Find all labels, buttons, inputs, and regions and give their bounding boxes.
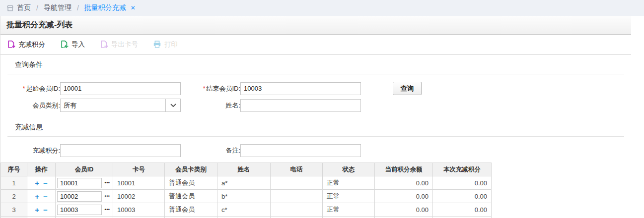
header-name: 姓名	[217, 163, 271, 176]
name-label: 姓名:	[181, 101, 240, 110]
cell-status: 正常	[323, 203, 375, 217]
cell-name: c*	[217, 203, 271, 217]
cell-phone	[271, 190, 323, 203]
start-member-id-label: *起始会员ID:	[0, 84, 60, 93]
cell-ops: +−	[27, 190, 56, 203]
add-row-icon[interactable]: +	[35, 206, 39, 214]
name-input[interactable]	[240, 99, 361, 112]
charge-points-field-label: 充减积分:	[0, 146, 60, 155]
header-ops: 操作	[27, 163, 56, 176]
member-id-cell-input[interactable]	[57, 178, 102, 188]
print-label: 打印	[164, 40, 178, 49]
file-export-icon	[100, 40, 108, 49]
cell-name: b*	[217, 190, 271, 203]
file-import-icon	[60, 40, 69, 49]
cell-member-id: •••	[56, 217, 113, 218]
table-row: 4 +− •••	[1, 217, 492, 218]
cell-member-id: •••	[56, 190, 113, 203]
cell-ops: +−	[27, 176, 56, 190]
breadcrumb: 首页 / 导航管理 / 批量积分充减 ✕	[0, 0, 644, 16]
charge-section-title: 充减信息	[7, 117, 624, 137]
import-button[interactable]: 导入	[60, 40, 85, 49]
cell-balance: 0.00	[375, 190, 433, 203]
lookup-ellipsis-button[interactable]: •••	[102, 207, 113, 212]
remove-row-icon[interactable]: −	[43, 192, 48, 201]
cell-seq: 1	[1, 176, 27, 190]
header-balance: 当前积分余额	[375, 163, 433, 176]
query-section-title: 查询条件	[7, 54, 624, 74]
cell-amount: 0.00	[433, 190, 492, 203]
remove-row-icon[interactable]: −	[43, 206, 48, 214]
header-card-no: 卡号	[113, 163, 165, 176]
cell-status: 正常	[323, 176, 375, 190]
lookup-ellipsis-button[interactable]: •••	[102, 180, 113, 185]
member-id-cell-input[interactable]	[57, 191, 102, 202]
cell-card-no: 10003	[113, 203, 165, 217]
start-member-id-input[interactable]	[60, 82, 181, 95]
required-mark: *	[23, 85, 25, 92]
breadcrumb-item-nav-management[interactable]: 导航管理	[44, 3, 72, 12]
cell-amount	[433, 217, 492, 218]
page-title-bar: 批量积分充减-列表	[0, 16, 631, 35]
breadcrumb-label: 首页	[17, 3, 31, 12]
breadcrumb-separator: /	[36, 4, 38, 12]
select-dropdown-button[interactable]	[165, 99, 180, 111]
cell-card-no: 10001	[113, 176, 165, 190]
cell-balance: 0.00	[375, 176, 433, 190]
export-cards-label: 导出卡号	[111, 40, 138, 49]
close-tab-icon[interactable]: ✕	[131, 4, 136, 11]
cell-seq: 4	[1, 217, 27, 218]
table-row: 1 +− ••• 10001 普通会员 a* 正常 0.00 0.00	[1, 176, 492, 190]
breadcrumb-separator: /	[77, 4, 79, 12]
charge-row: 充减积分: 备注:	[0, 144, 631, 157]
header-member-id: 会员ID	[56, 163, 113, 176]
cell-card-type: 普通会员	[165, 190, 217, 203]
export-cards-button: 导出卡号	[100, 40, 138, 49]
toolbar: 充减积分 导入 导出卡号 打印	[0, 35, 631, 54]
breadcrumb-item-batch-points[interactable]: 批量积分充减	[84, 3, 126, 12]
add-row-icon[interactable]: +	[35, 179, 39, 187]
cell-card-type: 普通会员	[165, 176, 217, 190]
breadcrumb-item-home[interactable]: 首页	[6, 3, 31, 12]
file-plus-icon	[7, 40, 15, 49]
cell-card-type	[165, 217, 217, 218]
header-amount: 本次充减积分	[433, 163, 492, 176]
breadcrumb-label: 批量积分充减	[84, 3, 126, 12]
cell-amount: 0.00	[433, 203, 492, 217]
query-row-2: 会员类别: 所有 姓名:	[0, 99, 631, 112]
remove-row-icon[interactable]: −	[43, 179, 48, 187]
cell-card-no: 10002	[113, 190, 165, 203]
add-row-icon[interactable]: +	[35, 192, 39, 201]
members-table: 序号 操作 会员ID 卡号 会员卡类别 姓名 电话 状态 当前积分余额 本次充减…	[0, 163, 492, 218]
remark-input[interactable]	[240, 144, 361, 157]
main-panel: 批量积分充减-列表 充减积分 导入 导出卡号	[0, 16, 631, 218]
cell-member-id: •••	[56, 203, 113, 217]
member-id-cell-input[interactable]	[57, 205, 102, 215]
search-button[interactable]: 查询	[393, 82, 422, 95]
print-button: 打印	[153, 40, 178, 49]
charge-points-input[interactable]	[60, 144, 181, 157]
printer-icon	[153, 40, 161, 49]
member-category-value: 所有	[61, 101, 165, 110]
home-icon	[6, 4, 14, 12]
member-category-select[interactable]: 所有	[60, 99, 181, 112]
header-phone: 电话	[271, 163, 323, 176]
cell-ops: +−	[27, 217, 56, 218]
cell-member-id: •••	[56, 176, 113, 190]
cell-name: a*	[217, 176, 271, 190]
end-member-id-label: *结束会员ID:	[181, 84, 240, 93]
remark-label: 备注:	[181, 146, 240, 155]
cell-seq: 3	[1, 203, 27, 217]
table-row: 2 +− ••• 10002 普通会员 b* 正常 0.00 0.00	[1, 190, 492, 203]
table-header-row: 序号 操作 会员ID 卡号 会员卡类别 姓名 电话 状态 当前积分余额 本次充减…	[1, 163, 492, 176]
member-category-label: 会员类别:	[0, 101, 60, 110]
table-row: 3 +− ••• 10003 普通会员 c* 正常 0.00 0.00	[1, 203, 492, 217]
query-row-1: *起始会员ID: *结束会员ID: 查询	[0, 82, 631, 95]
charge-points-button[interactable]: 充减积分	[7, 40, 45, 49]
cell-phone	[271, 203, 323, 217]
cell-balance	[375, 217, 433, 218]
lookup-ellipsis-button[interactable]: •••	[102, 194, 113, 199]
page-title: 批量积分充减-列表	[6, 20, 72, 30]
cell-balance: 0.00	[375, 203, 433, 217]
end-member-id-input[interactable]	[240, 82, 361, 95]
